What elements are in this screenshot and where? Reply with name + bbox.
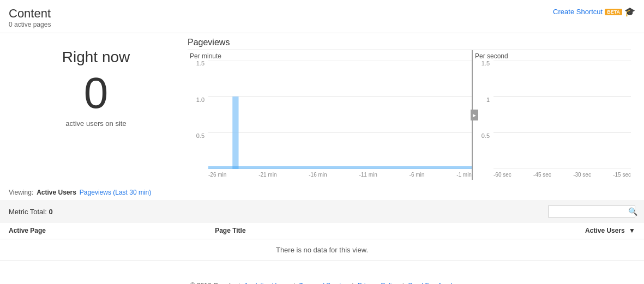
table-empty-row: There is no data for this view. [0, 239, 644, 261]
y-label-r2: 1 [473, 96, 492, 103]
chart-wrapper: Per minute 1.5 1.0 0.5 [188, 50, 631, 180]
col-page-title: Page Title [206, 222, 388, 239]
right-now-title: Right now [62, 49, 130, 66]
pageviews-link[interactable]: Pageviews (Last 30 min) [80, 189, 151, 196]
page-title-block: Content 0 active pages [9, 7, 51, 28]
col-active-page: Active Page [0, 222, 206, 239]
active-label: active users on site [65, 119, 126, 128]
right-panel: Pageviews Per minute 1.5 1.0 0.5 [183, 38, 635, 180]
x-label-1: -26 min [208, 172, 226, 178]
plot-area-left [208, 60, 472, 169]
y-label-1: 1.5 [188, 60, 207, 67]
y-axis-left: 1.5 1.0 0.5 [188, 60, 207, 169]
per-minute-label: Per minute [188, 50, 472, 60]
viewing-prefix: Viewing: [9, 189, 33, 196]
metric-total: Metric Total: 0 [9, 208, 53, 216]
copyright: © 2016 Google [190, 282, 234, 284]
viewing-active-label: Active Users [37, 189, 76, 196]
graduation-icon: 🎓 [624, 7, 635, 17]
footer-link-analytics-home[interactable]: Analytics Home [244, 282, 289, 284]
x-label-r1: -60 sec [493, 172, 511, 178]
y-label-r1: 1.5 [473, 60, 492, 67]
create-shortcut-button[interactable]: Create Shortcut BETA 🎓 [553, 7, 635, 17]
scroll-right-arrow[interactable]: ► [471, 110, 478, 120]
per-second-label: Per second [473, 50, 631, 60]
x-label-5: -6 min [410, 172, 425, 178]
footer-link-feedback[interactable]: Send Feedback [408, 282, 454, 284]
active-count: 0 [84, 71, 109, 115]
x-axis-left: -26 min -21 min -16 min -11 min -6 min -… [208, 169, 472, 180]
svg-rect-4 [232, 96, 238, 169]
x-axis-right: -60 sec -45 sec -30 sec -15 sec [493, 169, 631, 180]
y-label-r3: 0.5 [473, 132, 492, 139]
y-label-2: 1.0 [188, 96, 207, 103]
viewing-bar: Viewing: Active Users Pageviews (Last 30… [0, 184, 644, 201]
x-label-4: -11 min [359, 172, 377, 178]
footer-link-privacy[interactable]: Privacy Policy [358, 282, 399, 284]
x-label-r3: -30 sec [573, 172, 591, 178]
create-shortcut-label: Create Shortcut [553, 8, 603, 16]
table-header-row: Active Page Page Title Active Users ▼ [0, 222, 644, 239]
x-label-3: -16 min [309, 172, 327, 178]
chart-per-second: Per second 1.5 1 0.5 [473, 50, 631, 180]
y-label-3: 0.5 [188, 132, 207, 139]
col-active-users[interactable]: Active Users ▼ [388, 222, 644, 239]
x-label-r4: -15 sec [613, 172, 631, 178]
x-label-6: -1 min [456, 172, 472, 178]
beta-badge: BETA [605, 9, 622, 15]
chart-area-right: 1.5 1 0.5 [473, 60, 631, 180]
metric-value: 0 [49, 208, 52, 216]
main-content: Right now 0 active users on site Pagevie… [0, 33, 644, 184]
page-title: Content [9, 7, 51, 21]
x-label-2: -21 min [258, 172, 276, 178]
footer-link-terms[interactable]: Terms of Service [299, 282, 348, 284]
x-label-r2: -45 sec [533, 172, 551, 178]
plot-area-right [493, 60, 631, 169]
sort-icon: ▼ [629, 227, 635, 234]
chart-per-minute: Per minute 1.5 1.0 0.5 [188, 50, 473, 180]
chart-area-left: 1.5 1.0 0.5 [188, 60, 472, 180]
data-table: Active Page Page Title Active Users ▼ Th… [0, 222, 644, 261]
metric-label: Metric Total: [9, 208, 47, 216]
search-box[interactable]: 🔍 [548, 206, 635, 217]
search-icon[interactable]: 🔍 [628, 207, 637, 216]
empty-message: There is no data for this view. [0, 239, 644, 261]
left-panel: Right now 0 active users on site [9, 38, 183, 180]
top-bar: Content 0 active pages Create Shortcut B… [0, 0, 644, 33]
pageviews-title: Pageviews [188, 38, 631, 47]
footer: © 2016 Google | Analytics Home | Terms o… [0, 272, 644, 284]
chart-svg-right [493, 60, 631, 169]
metric-bar: Metric Total: 0 🔍 [0, 201, 644, 222]
page-subtitle: 0 active pages [9, 21, 51, 28]
search-input[interactable] [552, 208, 628, 215]
chart-svg-left [208, 60, 472, 169]
